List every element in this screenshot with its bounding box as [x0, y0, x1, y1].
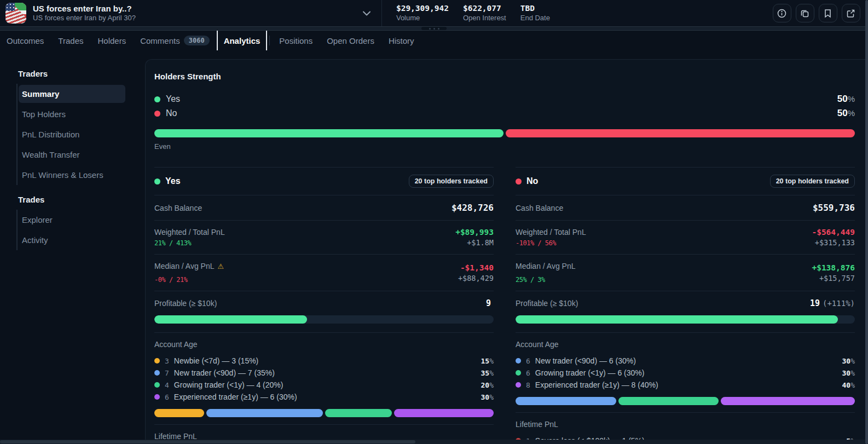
median-pnl-row: Median / Avg PnL ⚠ -0% / 21% -$1,340 +$8…: [154, 254, 494, 291]
account-age-title: Account Age: [516, 340, 855, 349]
legend-pct: 15%: [481, 357, 494, 365]
outcome-column-yes: Yes 20 top holders tracked Cash Balance …: [154, 167, 494, 444]
median-pnl-value: +$138,876: [812, 263, 855, 272]
outcome-name: Yes: [165, 176, 181, 186]
market-stats: $29,309,942 Volume $622,077 Open Interes…: [381, 0, 550, 26]
stat-label: Cash Balance: [516, 204, 563, 212]
horizontal-scrollbar[interactable]: [0, 440, 865, 444]
sidebar-item[interactable]: Wealth Transfer: [19, 146, 125, 164]
strength-label-yes: Yes: [166, 94, 180, 104]
market-flag-icon: [5, 3, 26, 24]
account-age-bar: [516, 397, 855, 405]
tracked-badge: 20 top holders tracked: [770, 175, 855, 188]
tab-comments[interactable]: Comments 3060: [133, 31, 216, 50]
account-age-bar-segment: [154, 409, 204, 417]
sidebar-section-traders: Traders: [0, 65, 145, 84]
weighted-pnl-row: Weighted / Total PnL -101% / 56% -$564,4…: [516, 220, 855, 254]
tab-outcomes[interactable]: Outcomes: [7, 31, 51, 50]
yes-bar-segment: [154, 129, 504, 137]
cash-balance-value: $428,726: [452, 203, 494, 213]
legend-label: New trader (<90d) — 7 (35%): [174, 368, 275, 377]
legend-count: 3: [165, 357, 169, 365]
tab-holders[interactable]: Holders: [91, 31, 134, 50]
legend-label: Newbie (<7d) — 3 (15%): [174, 356, 258, 365]
vertical-scrollbar[interactable]: [865, 0, 868, 444]
stat-label: Profitable (≥ $10k): [516, 299, 578, 308]
sidebar-item[interactable]: PnL Winners & Losers: [19, 166, 125, 184]
weighted-pnl-row: Weighted / Total PnL 21% / 413% +$89,993…: [154, 220, 494, 254]
header-resize-strip: [0, 26, 868, 31]
tab-history[interactable]: History: [381, 31, 421, 50]
horizontal-scrollbar-thumb[interactable]: [0, 440, 415, 443]
warning-icon: ⚠: [217, 262, 224, 270]
info-button[interactable]: [773, 4, 791, 22]
sidebar-item-label: PnL Distribution: [22, 130, 79, 139]
chevron-down-icon[interactable]: [358, 5, 375, 21]
legend-pct: 35%: [481, 369, 494, 377]
strength-value-yes: 50%: [837, 94, 855, 105]
resize-handle[interactable]: [421, 27, 447, 30]
category-dot: [154, 358, 160, 364]
sidebar-item-label: Wealth Transfer: [22, 150, 80, 159]
legend-count: 6: [526, 369, 530, 377]
sidebar-item[interactable]: Top Holders: [19, 105, 125, 123]
profitable-progress-fill: [516, 315, 838, 324]
sidebar-item[interactable]: Summary: [19, 85, 125, 103]
stat-label: Volume: [396, 14, 449, 23]
external-link-button[interactable]: [842, 4, 860, 22]
tab-open-orders[interactable]: Open Orders: [320, 31, 381, 50]
cash-balance-row: Cash Balance $428,726: [154, 195, 494, 220]
lifetime-pnl-title: Lifetime PnL: [516, 420, 855, 429]
bookmark-button[interactable]: [819, 4, 837, 22]
tab-trades[interactable]: Trades: [51, 31, 90, 50]
account-age-bar-segment: [206, 409, 323, 417]
comments-count-badge: 3060: [184, 36, 210, 45]
outcome-column-no: No 20 top holders tracked Cash Balance $…: [516, 167, 855, 444]
stat-block: TBD End Date: [520, 3, 550, 23]
category-dot: [516, 370, 521, 376]
market-subtitle: US forces enter Iran by April 30?: [33, 14, 136, 22]
tab-analytics[interactable]: Analytics: [217, 31, 268, 50]
outcome-name: No: [526, 176, 538, 186]
median-pnl-secondary: +$15,757: [819, 274, 855, 282]
cash-balance-row: Cash Balance $559,736: [516, 195, 855, 220]
tab-label: Analytics: [224, 36, 261, 45]
stat-label: Open Interest: [463, 14, 506, 23]
sidebar-item[interactable]: PnL Distribution: [19, 125, 125, 143]
stat-label: Weighted / Total PnL: [154, 228, 225, 237]
market-titles: US forces enter Iran by..? US forces ent…: [33, 4, 136, 23]
yes-dot: [154, 96, 160, 102]
sidebar-item-label: Top Holders: [22, 109, 66, 119]
profitable-row: Profitable (≥ $10k) 9: [154, 291, 494, 332]
category-dot: [516, 358, 521, 364]
yes-dot: [154, 178, 160, 184]
profitable-progress-fill: [154, 315, 307, 324]
sidebar-section-trades: Trades: [0, 191, 145, 210]
stat-label: Median / Avg PnL: [154, 262, 214, 270]
weighted-pnl-secondary: +$1.8M: [467, 238, 494, 247]
tab-divider: [269, 36, 270, 45]
tab-positions[interactable]: Positions: [272, 31, 320, 50]
copy-button[interactable]: [796, 4, 814, 22]
tab-label: Open Orders: [327, 36, 374, 45]
legend-row: 4 Growing trader (<1y) — 4 (20%) 20%: [154, 379, 494, 391]
profitable-progress-bar: [516, 315, 855, 324]
tracked-badge: 20 top holders tracked: [409, 175, 494, 188]
legend-pct: 30%: [481, 393, 494, 401]
account-age-bar-segment: [394, 409, 494, 417]
legend-row: 6 Experienced trader (≥1y) — 6 (30%) 30%: [154, 391, 494, 403]
sidebar-item[interactable]: Explorer: [19, 211, 125, 229]
sidebar-item[interactable]: Activity: [19, 231, 125, 249]
analytics-content: Traders Summary Top Holders PnL Distribu…: [0, 50, 868, 444]
account-age-title: Account Age: [154, 340, 494, 349]
header-actions: [773, 4, 860, 22]
account-age-legend: 6 New trader (<90d) — 6 (30%) 30% 6 Grow…: [516, 355, 855, 391]
summary-panel: Holders Strength Yes 50% No 50% Even Yes…: [145, 59, 868, 444]
category-dot: [516, 382, 521, 388]
stat-label: Profitable (≥ $10k): [154, 299, 217, 308]
profitable-value: 9: [486, 298, 494, 308]
weighted-pnl-value: +$89,993: [455, 228, 494, 237]
account-age-bar-segment: [325, 409, 392, 417]
no-bar-segment: [506, 129, 855, 137]
tab-label: Holders: [98, 36, 126, 45]
